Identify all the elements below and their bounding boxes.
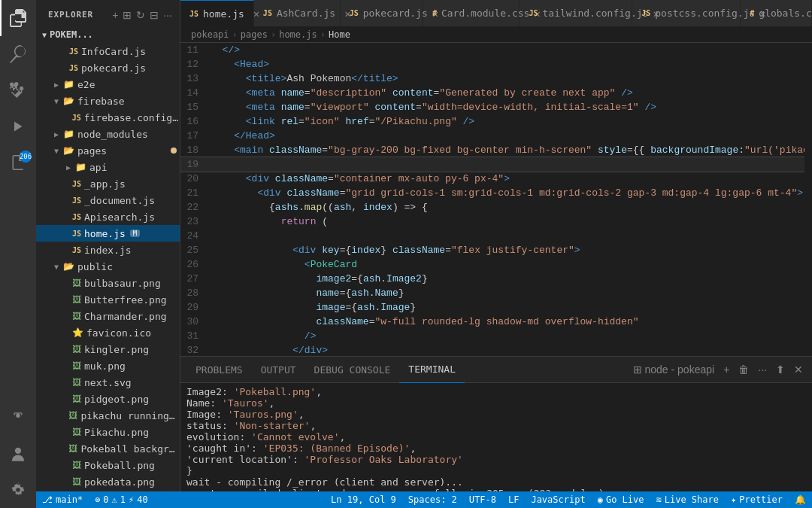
panel-tab-terminal[interactable]: TERMINAL <box>399 357 465 383</box>
sidebar-item-pokecard[interactable]: JS pokecard.js <box>36 59 180 76</box>
terminal-line: Name: 'Tauros', <box>186 397 806 409</box>
sidebar-item-pages[interactable]: ▼ 📂 pages <box>36 142 180 159</box>
status-spaces[interactable]: Spaces: 2 <box>402 491 463 508</box>
status-eol[interactable]: LF <box>502 491 525 508</box>
terminal-split-button[interactable]: ⊞ node - pokeapi <box>630 360 718 379</box>
sidebar-item-pokeball[interactable]: 🖼Pokeball.png <box>36 457 180 473</box>
sidebar-item-charmander[interactable]: 🖼Charmander.png <box>36 308 180 324</box>
code-line-19: 19 <box>180 157 804 172</box>
status-encoding[interactable]: UTF-8 <box>463 491 502 508</box>
sidebar-item-next-svg[interactable]: 🖼next.svg <box>36 374 180 391</box>
sidebar-item-kingler[interactable]: 🖼kingler.png <box>36 341 180 357</box>
panel-tab-output[interactable]: OUTPUT <box>252 357 305 383</box>
activity-account[interactable] <box>0 436 36 472</box>
sidebar-item-favicon[interactable]: ⭐favicon.ico <box>36 324 180 341</box>
activity-run[interactable] <box>0 108 36 144</box>
tab-card-module-css[interactable]: # Card.module.css ✕ <box>423 0 520 26</box>
sidebar-item-api[interactable]: ▶ 📁 api <box>36 159 180 175</box>
file-type-icon: JS <box>72 213 81 221</box>
sidebar-item-public[interactable]: ▼ 📂 public <box>36 258 180 275</box>
tab-label: globals.c <box>759 8 811 19</box>
more-options-button[interactable]: ··· <box>162 8 174 23</box>
breadcrumb-current[interactable]: Home <box>329 29 350 40</box>
sidebar-item-pikachu-running[interactable]: 🖼pikachu running.gif <box>36 407 180 424</box>
panel-tab-problems[interactable]: PROBLEMS <box>186 357 252 383</box>
folder-open-icon: 📂 <box>63 96 74 106</box>
sidebar-item-pokeball-bg[interactable]: 🖼Pokeball backgro... <box>36 440 180 457</box>
breadcrumb-part-3[interactable]: home.js <box>279 29 317 40</box>
activity-search[interactable] <box>0 36 36 72</box>
sidebar-item-pikachu[interactable]: 🖼Pikachu.png <box>36 424 180 440</box>
sidebar-item-apisearch[interactable]: JS Apisearch.js <box>36 208 180 225</box>
tab-icon: # <box>750 9 754 17</box>
new-folder-button[interactable]: ⊞ <box>121 8 133 23</box>
sidebar-header: Explorer + ⊞ ↻ ⊟ ··· <box>36 0 180 26</box>
status-language[interactable]: JavaScript <box>525 491 591 508</box>
sidebar-item-firebase-config[interactable]: JS firebase.config.js <box>36 109 180 126</box>
warning-count: 1 <box>120 494 126 505</box>
new-file-button[interactable]: + <box>111 8 120 23</box>
breadcrumb-sep-1: › <box>232 29 238 40</box>
panel-close-button[interactable]: ✕ <box>791 360 806 379</box>
sidebar-item-document-js[interactable]: JS _document.js <box>36 192 180 208</box>
file-type-icon: JS <box>72 246 81 254</box>
tab-tailwind-config[interactable]: JS tailwind.config.js ✕ <box>520 0 632 26</box>
status-cursor[interactable]: Ln 19, Col 9 <box>325 491 402 508</box>
img-icon: 🖼 <box>68 443 77 454</box>
gif-icon: 🖼 <box>68 410 77 421</box>
activity-files[interactable] <box>0 0 36 36</box>
status-live-share[interactable]: ≋ Live Share <box>650 491 724 508</box>
sidebar-item-butterfree[interactable]: 🖼Butterfree.png <box>36 291 180 308</box>
img-icon: 🖼 <box>72 360 81 371</box>
status-prettier[interactable]: ✦ Prettier <box>725 491 789 508</box>
code-line-16: 16 <link rel="icon" href="/Pikachu.png" … <box>180 114 804 129</box>
sidebar-item-node-modules[interactable]: ▶ 📁 node_modules <box>36 126 180 142</box>
activity-extensions[interactable]: 206 <box>0 144 36 181</box>
arrow-icon: ▼ <box>54 97 63 105</box>
terminal-content[interactable]: Image2: 'Pokeball.png', Name: 'Tauros', … <box>180 383 812 491</box>
tab-home-js[interactable]: JS home.js ✕ <box>180 0 254 26</box>
project-root[interactable]: ▼ POKEM... <box>36 26 180 43</box>
terminal-kill-button[interactable]: 🗑 <box>735 360 752 379</box>
refresh-button[interactable]: ↻ <box>135 8 147 23</box>
sidebar-item-muk[interactable]: 🖼muk.png <box>36 357 180 374</box>
code-line-15: 15 <meta name="viewport" content="width=… <box>180 100 804 114</box>
activity-remote[interactable] <box>0 400 36 436</box>
code-line-23: 23 return ( <box>180 214 804 229</box>
breadcrumb-part-1[interactable]: pokeapi <box>191 29 229 40</box>
sidebar-item-InfoCard[interactable]: JS InfoCard.js <box>36 43 180 59</box>
status-notifications[interactable]: 🔔 <box>789 491 812 508</box>
panel-maximize-button[interactable]: ⬆ <box>773 360 788 379</box>
tab-pokecard-js[interactable]: JS pokecard.js ✕ <box>341 0 423 26</box>
sidebar-item-bulbasaur[interactable]: 🖼bulbasaur.png <box>36 275 180 291</box>
tab-icon: JS <box>263 9 272 17</box>
terminal-line: evolution: 'Cannot evolve', <box>186 431 806 443</box>
status-errors[interactable]: ⊗ 0 ⚠ 1 ⚡ 40 <box>89 491 154 508</box>
tab-globals-c[interactable]: # globals.c ✕ <box>741 0 812 26</box>
tab-postcss-config[interactable]: JS postcss.config.js ✕ <box>632 0 741 26</box>
collapse-all-button[interactable]: ⊟ <box>148 8 160 23</box>
terminal-add-button[interactable]: + <box>720 360 732 379</box>
activity-settings[interactable] <box>0 472 36 508</box>
breadcrumb-part-2[interactable]: pages <box>241 29 268 40</box>
sidebar-item-firebase[interactable]: ▼ 📂 firebase <box>36 93 180 109</box>
sidebar-item-pidgeot[interactable]: 🖼pidgeot.png <box>36 391 180 407</box>
activity-source-control[interactable] <box>0 72 36 108</box>
spaces-label: Spaces: 2 <box>408 494 457 505</box>
code-editor[interactable]: 11 </> 12 <Head> 13 <title>Ash Pokemon</… <box>180 43 804 356</box>
panel-more-button[interactable]: ··· <box>755 360 770 379</box>
sidebar-item-e2e[interactable]: ▶ 📁 e2e <box>36 76 180 93</box>
extensions-badge: 206 <box>20 151 32 163</box>
sidebar-item-index-js[interactable]: JS index.js <box>36 242 180 258</box>
tab-bar: JS home.js ✕ JS AshCard.js ✕ JS pokecard… <box>180 0 812 26</box>
terminal-line: Image2: 'Pokeball.png', <box>186 386 806 397</box>
code-line-31: 31 /> <box>180 329 804 343</box>
sidebar-item-app-js[interactable]: JS _app.js <box>36 175 180 192</box>
status-go-live[interactable]: ◉ Go Live <box>592 491 650 508</box>
sidebar-item-pokedata[interactable]: 🖼pokedata.png <box>36 473 180 490</box>
panel-tab-debug-console[interactable]: DEBUG CONSOLE <box>305 357 400 383</box>
tab-AshCard-js[interactable]: JS AshCard.js ✕ <box>254 0 341 26</box>
error-icon: ⊗ <box>95 494 100 505</box>
sidebar-item-home-js[interactable]: JS home.js M <box>36 225 180 242</box>
status-branch[interactable]: ⎇ main* <box>36 491 89 508</box>
